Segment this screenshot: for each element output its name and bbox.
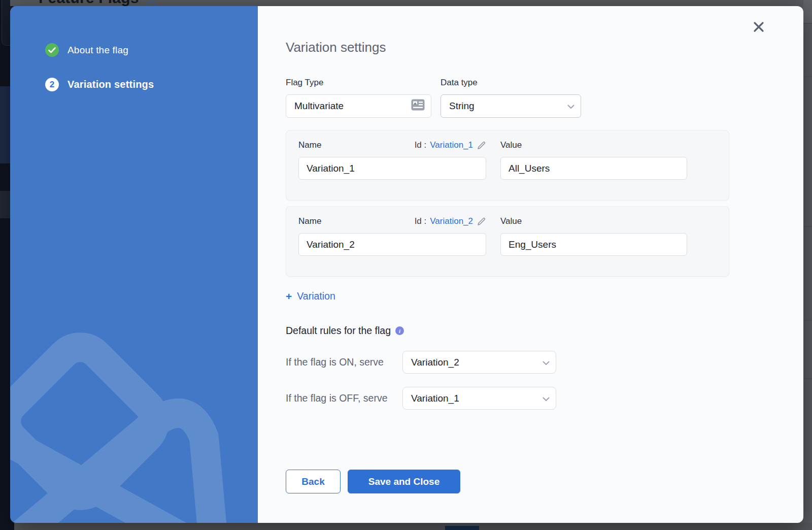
flag-type-label: Flag Type xyxy=(286,78,431,88)
id-prefix: Id : xyxy=(415,140,427,150)
chevron-down-icon xyxy=(567,101,574,112)
steps-panel: About the flag 2 Variation settings xyxy=(10,6,258,523)
flag-type-field: Flag Type Multivariate xyxy=(286,78,431,118)
wizard-steps: About the flag 2 Variation settings xyxy=(10,6,258,91)
id-prefix: Id : xyxy=(415,216,427,226)
info-icon: i xyxy=(395,326,404,335)
edit-pencil-icon[interactable] xyxy=(477,141,486,150)
save-and-close-button[interactable]: Save and Close xyxy=(348,470,460,493)
step-about-the-flag[interactable]: About the flag xyxy=(45,43,258,57)
backdrop-sidebar-active-item xyxy=(0,86,10,163)
variation-card-2: Name Id : Variation_2 Value xyxy=(286,206,729,277)
variation-name-input[interactable] xyxy=(298,157,486,180)
variation-settings-modal: About the flag 2 Variation settings Vari… xyxy=(10,6,803,523)
variation-settings-content: Variation settings Flag Type Multivariat… xyxy=(258,6,803,523)
rule-on-label: If the flag is ON, serve xyxy=(286,351,402,369)
variation-id-link[interactable]: Variation_2 xyxy=(430,216,473,226)
variation-id-group: Id : Variation_1 xyxy=(415,140,486,150)
plus-icon: + xyxy=(286,291,292,302)
add-variation-label: Variation xyxy=(297,290,335,302)
variation-id-group: Id : Variation_2 xyxy=(415,216,486,226)
flag-type-text: Multivariate xyxy=(294,101,344,112)
step-label: Variation settings xyxy=(67,79,154,90)
info-icon: i xyxy=(146,1,156,6)
variation-card-1: Name Id : Variation_1 Value xyxy=(286,130,729,201)
name-label: Name xyxy=(298,216,321,226)
data-type-selected-value: String xyxy=(449,101,475,112)
backdrop-page-title: Feature Flags xyxy=(39,0,139,6)
dialog-actions: Back Save and Close xyxy=(286,470,803,493)
backdrop-divider xyxy=(803,320,812,321)
backdrop-divider xyxy=(803,226,812,227)
close-icon[interactable] xyxy=(752,20,766,35)
value-label: Value xyxy=(500,216,522,226)
rule-on-select[interactable]: Variation_2 xyxy=(402,351,556,374)
chevron-down-icon xyxy=(543,357,550,368)
default-rules-heading-row: Default rules for the flag i xyxy=(286,325,803,337)
add-variation-button[interactable]: + Variation xyxy=(286,290,335,302)
backdrop-bottom-widget xyxy=(445,526,479,530)
backdrop-divider xyxy=(803,378,812,379)
backdrop-bottom-strip xyxy=(14,523,812,530)
variation-name-input[interactable] xyxy=(298,233,486,256)
data-type-label: Data type xyxy=(441,78,581,88)
variation-id-link[interactable]: Variation_1 xyxy=(430,140,473,150)
backdrop-sidebar-item xyxy=(0,191,10,218)
backdrop-row xyxy=(803,0,812,23)
rule-off-selected-value: Variation_1 xyxy=(411,393,459,404)
backdrop-divider xyxy=(803,76,812,77)
step-complete-check-icon xyxy=(45,43,59,57)
backdrop-divider xyxy=(803,23,812,24)
multivariate-card-icon xyxy=(411,99,425,113)
brand-watermark-icon xyxy=(10,239,258,523)
variation-card-header: Name Id : Variation_1 Value xyxy=(298,140,717,180)
variation-value-input[interactable] xyxy=(500,157,687,180)
rule-off-select[interactable]: Variation_1 xyxy=(402,387,556,410)
step-label: About the flag xyxy=(67,45,128,56)
rule-off-label: If the flag is OFF, serve xyxy=(286,387,395,405)
backdrop-table-edge xyxy=(803,0,812,530)
data-type-select[interactable]: String xyxy=(441,94,581,118)
type-fields-row: Flag Type Multivariate xyxy=(286,78,803,118)
flag-type-value: Multivariate xyxy=(286,94,431,118)
variation-value-input[interactable] xyxy=(500,233,687,256)
step-number-badge: 2 xyxy=(45,78,59,91)
default-rules-heading: Default rules for the flag xyxy=(286,325,391,337)
name-label: Name xyxy=(298,140,321,150)
backdrop-app-sidebar xyxy=(0,0,10,530)
variation-card-header: Name Id : Variation_2 Value xyxy=(298,216,717,256)
value-label: Value xyxy=(500,140,522,150)
backdrop-page-header: Feature Flags i xyxy=(10,0,812,6)
rule-on-row: If the flag is ON, serve Variation_2 xyxy=(286,351,803,374)
rule-off-row: If the flag is OFF, serve Variation_1 xyxy=(286,387,803,410)
chevron-down-icon xyxy=(543,393,550,404)
dialog-title: Variation settings xyxy=(286,40,803,55)
step-variation-settings[interactable]: 2 Variation settings xyxy=(45,78,258,91)
data-type-field: Data type String xyxy=(441,78,581,118)
rule-on-selected-value: Variation_2 xyxy=(411,357,459,368)
edit-pencil-icon[interactable] xyxy=(477,217,486,226)
back-button[interactable]: Back xyxy=(286,470,341,493)
